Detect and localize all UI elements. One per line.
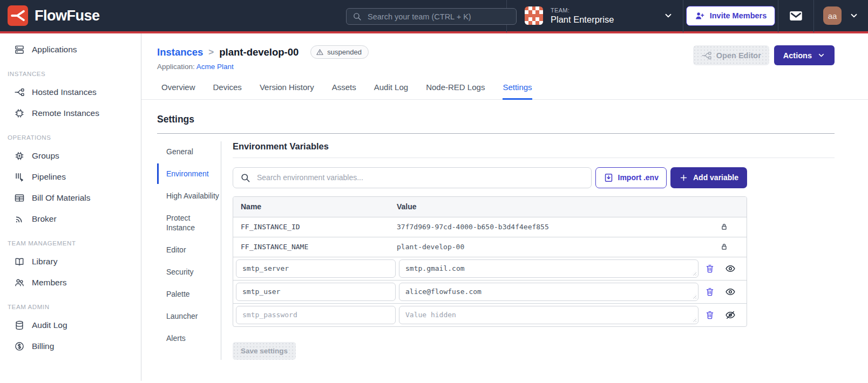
- sidebar-item-members[interactable]: Members: [0, 272, 141, 293]
- branch-icon: [14, 87, 25, 98]
- plus-icon: [679, 173, 688, 182]
- actions-button[interactable]: Actions: [774, 45, 835, 65]
- chevron-down-icon: [817, 51, 825, 59]
- env-row-editable: [233, 257, 747, 280]
- delete-variable-button[interactable]: [705, 264, 715, 273]
- breadcrumb-separator: >: [208, 47, 214, 58]
- sidebar-item-hosted-instances[interactable]: Hosted Instances: [0, 81, 141, 102]
- settings-nav-environment[interactable]: Environment: [157, 163, 221, 184]
- settings-nav-alerts[interactable]: Alerts: [157, 328, 221, 348]
- team-name: Plant Enterprise: [551, 15, 614, 25]
- tab-settings[interactable]: Settings: [503, 79, 532, 100]
- delete-variable-button[interactable]: [705, 287, 715, 297]
- sidebar: Applications INSTANCES Hosted Instances …: [0, 33, 141, 381]
- flowfuse-home-link[interactable]: FlowFuse: [8, 5, 100, 26]
- sidebar-item-label: Applications: [32, 45, 77, 54]
- env-value-input[interactable]: [399, 259, 699, 278]
- sidebar-item-applications[interactable]: Applications: [0, 39, 141, 60]
- delete-variable-button[interactable]: [705, 310, 715, 320]
- sidebar-item-audit-log[interactable]: Audit Log: [0, 314, 141, 336]
- sidebar-item-label: Hosted Instances: [32, 87, 97, 97]
- column-header-name: Name: [233, 202, 397, 211]
- signal-icon: [14, 214, 25, 224]
- status-badge-label: suspended: [327, 48, 362, 56]
- sidebar-section-instances: INSTANCES: [8, 71, 141, 77]
- env-search-input[interactable]: [256, 173, 584, 182]
- lock-icon: [720, 242, 729, 251]
- settings-nav-editor[interactable]: Editor: [157, 240, 221, 260]
- env-value-input[interactable]: [399, 283, 699, 301]
- settings-nav-general[interactable]: General: [157, 141, 221, 162]
- open-editor-button[interactable]: Open Editor: [693, 45, 769, 65]
- sidebar-item-groups[interactable]: Groups: [0, 145, 141, 166]
- brand-name: FlowFuse: [35, 8, 100, 24]
- people-icon: [14, 277, 25, 288]
- sidebar-item-pipelines[interactable]: Pipelines: [0, 166, 141, 187]
- actions-label: Actions: [783, 51, 812, 60]
- add-variable-button[interactable]: Add variable: [670, 167, 747, 188]
- lock-icon: [720, 222, 729, 231]
- database-icon: [14, 320, 25, 331]
- env-search[interactable]: [233, 167, 592, 188]
- branch-icon: [701, 50, 712, 61]
- book-icon: [14, 256, 25, 267]
- sidebar-item-bill-of-materials[interactable]: Bill Of Materials: [0, 187, 141, 208]
- show-value-button[interactable]: [725, 263, 736, 274]
- sidebar-item-broker[interactable]: Broker: [0, 208, 141, 229]
- env-name-input[interactable]: [236, 306, 396, 324]
- user-plus-icon: [695, 11, 705, 21]
- flowfuse-logo-icon: [8, 5, 28, 26]
- settings-nav-palette[interactable]: Palette: [157, 284, 221, 304]
- applications-icon: [14, 44, 25, 55]
- hide-value-button[interactable]: [725, 310, 736, 320]
- env-row-editable: [233, 303, 747, 326]
- tab-audit-log[interactable]: Audit Log: [374, 79, 408, 100]
- tab-version-history[interactable]: Version History: [260, 79, 314, 100]
- document-download-icon: [603, 173, 614, 183]
- sidebar-section-operations: OPERATIONS: [8, 134, 141, 141]
- tab-node-red-logs[interactable]: Node-RED Logs: [426, 79, 485, 100]
- env-name-input[interactable]: [236, 259, 396, 278]
- env-value: plant-develop-00: [397, 243, 701, 251]
- sidebar-item-billing[interactable]: Billing: [0, 336, 141, 357]
- settings-nav-launcher[interactable]: Launcher: [157, 306, 221, 326]
- import-env-button[interactable]: Import .env: [595, 167, 667, 188]
- sidebar-item-label: Bill Of Materials: [32, 193, 91, 203]
- breadcrumb: Instances > plant-develop-00 suspended: [157, 45, 369, 59]
- notifications-button[interactable]: [789, 9, 803, 23]
- sidebar-item-library[interactable]: Library: [0, 251, 141, 272]
- cpu-icon: [14, 151, 25, 161]
- sidebar-item-label: Members: [32, 278, 67, 288]
- settings-nav-security[interactable]: Security: [157, 262, 221, 282]
- team-search[interactable]: [346, 8, 517, 25]
- sidebar-item-remote-instances[interactable]: Remote Instances: [0, 102, 141, 124]
- tab-overview[interactable]: Overview: [161, 79, 195, 100]
- user-menu[interactable]: aa: [813, 0, 868, 32]
- top-header: FlowFuse TEAM: Plant Enterprise: [0, 0, 868, 33]
- chevron-down-icon: [849, 11, 859, 20]
- invite-members-button[interactable]: Invite Members: [686, 6, 776, 26]
- settings-nav-protect-instance[interactable]: Protect Instance: [157, 208, 221, 238]
- env-name-input[interactable]: [236, 283, 396, 301]
- env-value-input[interactable]: [399, 306, 699, 324]
- team-selector[interactable]: TEAM: Plant Enterprise: [506, 0, 683, 32]
- sidebar-item-label: Remote Instances: [32, 108, 99, 118]
- pipelines-icon: [14, 172, 25, 182]
- sidebar-item-label: Billing: [32, 341, 54, 351]
- env-variables-table: Name Value FF_INSTANCE_ID 37f7d969-97cd-…: [233, 196, 747, 327]
- tab-devices[interactable]: Devices: [213, 79, 242, 100]
- application-link[interactable]: Acme Plant: [196, 63, 234, 71]
- status-badge: suspended: [310, 45, 369, 59]
- team-avatar: [525, 6, 543, 25]
- settings-nav-high-availability[interactable]: High Availability: [157, 186, 221, 206]
- team-search-input[interactable]: [367, 12, 510, 22]
- show-value-button[interactable]: [725, 286, 736, 297]
- env-row-locked: FF_INSTANCE_ID 37f7d969-97cd-4000-b650-b…: [233, 217, 747, 237]
- settings-heading: Settings: [157, 114, 835, 125]
- tab-assets[interactable]: Assets: [332, 79, 356, 100]
- instance-tabs: Overview Devices Version History Assets …: [141, 79, 868, 100]
- breadcrumb-instances-link[interactable]: Instances: [157, 46, 203, 58]
- save-settings-button[interactable]: Save settings: [233, 342, 296, 360]
- sidebar-item-label: Pipelines: [32, 172, 66, 182]
- divider: [157, 133, 835, 134]
